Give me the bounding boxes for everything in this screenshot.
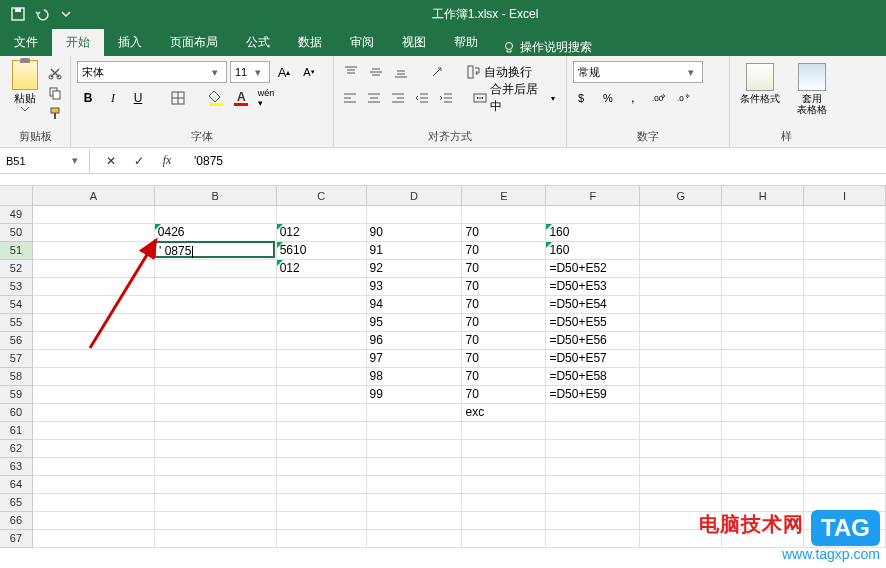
cell[interactable] xyxy=(804,476,886,494)
cell[interactable]: 70 xyxy=(462,332,546,350)
cell[interactable] xyxy=(722,386,804,404)
accounting-format-button[interactable]: $ xyxy=(573,87,595,109)
tell-me-search[interactable]: 操作说明搜索 xyxy=(492,39,602,56)
table-format-button[interactable]: 套用 表格格 xyxy=(788,61,836,115)
cell[interactable] xyxy=(804,458,886,476)
cell[interactable]: 70 xyxy=(462,260,546,278)
merge-center-button[interactable]: 合并后居中▾ xyxy=(468,87,560,109)
decrease-font-button[interactable]: A▾ xyxy=(298,61,320,83)
cell[interactable] xyxy=(367,458,463,476)
cell[interactable] xyxy=(277,350,367,368)
cell[interactable]: 90 xyxy=(367,224,463,242)
cell[interactable] xyxy=(640,224,722,242)
cell[interactable] xyxy=(722,206,804,224)
cell[interactable] xyxy=(640,206,722,224)
tab-data[interactable]: 数据 xyxy=(284,29,336,56)
cell[interactable] xyxy=(33,386,155,404)
cell[interactable]: =D50+E57 xyxy=(546,350,640,368)
row-header[interactable]: 67 xyxy=(0,530,33,548)
cell[interactable]: =D50+E55 xyxy=(546,314,640,332)
cell[interactable] xyxy=(462,422,546,440)
cell[interactable] xyxy=(155,278,277,296)
row-header[interactable]: 52 xyxy=(0,260,33,278)
col-header-F[interactable]: F xyxy=(546,186,640,205)
cell[interactable]: 160 xyxy=(546,242,640,260)
cell[interactable] xyxy=(277,476,367,494)
align-bottom-button[interactable] xyxy=(390,61,412,83)
cell[interactable] xyxy=(804,332,886,350)
cell[interactable] xyxy=(33,224,155,242)
cell[interactable]: 96 xyxy=(367,332,463,350)
cell[interactable] xyxy=(367,404,463,422)
cell[interactable] xyxy=(640,440,722,458)
cell[interactable] xyxy=(33,422,155,440)
cell[interactable] xyxy=(804,224,886,242)
cell[interactable] xyxy=(546,440,640,458)
cell[interactable] xyxy=(155,296,277,314)
format-painter-button[interactable] xyxy=(46,104,64,122)
row-header[interactable]: 56 xyxy=(0,332,33,350)
cell[interactable] xyxy=(462,530,546,548)
cell[interactable] xyxy=(33,332,155,350)
cell[interactable] xyxy=(155,260,277,278)
cell[interactable] xyxy=(155,440,277,458)
cell[interactable] xyxy=(722,368,804,386)
cell[interactable] xyxy=(33,206,155,224)
cell[interactable] xyxy=(722,314,804,332)
col-header-C[interactable]: C xyxy=(277,186,367,205)
font-size-combo[interactable]: 11▾ xyxy=(230,61,270,83)
cell[interactable]: =D50+E54 xyxy=(546,296,640,314)
cell[interactable] xyxy=(367,512,463,530)
font-color-button[interactable]: A xyxy=(230,87,252,109)
cell[interactable] xyxy=(33,314,155,332)
increase-indent-button[interactable] xyxy=(436,87,457,109)
align-top-button[interactable] xyxy=(340,61,362,83)
cell[interactable] xyxy=(277,458,367,476)
cell[interactable] xyxy=(277,404,367,422)
col-header-H[interactable]: H xyxy=(722,186,804,205)
cell[interactable] xyxy=(367,530,463,548)
cell[interactable] xyxy=(804,404,886,422)
cell[interactable]: 98 xyxy=(367,368,463,386)
cell[interactable]: 012 xyxy=(277,224,367,242)
percent-button[interactable]: % xyxy=(598,87,620,109)
cell[interactable] xyxy=(155,422,277,440)
cell[interactable] xyxy=(722,278,804,296)
cell[interactable] xyxy=(804,440,886,458)
cell[interactable]: =D50+E53 xyxy=(546,278,640,296)
comma-button[interactable]: , xyxy=(623,87,645,109)
cell[interactable] xyxy=(155,530,277,548)
increase-decimal-button[interactable]: .00 xyxy=(648,87,670,109)
row-header[interactable]: 65 xyxy=(0,494,33,512)
tab-home[interactable]: 开始 xyxy=(52,29,104,56)
copy-button[interactable] xyxy=(46,84,64,102)
cell[interactable] xyxy=(367,440,463,458)
cancel-button[interactable]: ✕ xyxy=(102,154,120,168)
cell[interactable] xyxy=(546,476,640,494)
cell[interactable]: 160 xyxy=(546,224,640,242)
tab-file[interactable]: 文件 xyxy=(0,29,52,56)
row-header[interactable]: 64 xyxy=(0,476,33,494)
cell[interactable] xyxy=(462,494,546,512)
cell[interactable] xyxy=(640,260,722,278)
col-header-E[interactable]: E xyxy=(462,186,546,205)
cell[interactable] xyxy=(462,206,546,224)
tab-formulas[interactable]: 公式 xyxy=(232,29,284,56)
cell[interactable]: 70 xyxy=(462,350,546,368)
cell[interactable] xyxy=(33,530,155,548)
cell[interactable] xyxy=(462,476,546,494)
cell[interactable]: 70 xyxy=(462,314,546,332)
align-middle-button[interactable] xyxy=(365,61,387,83)
row-header[interactable]: 51 xyxy=(0,242,33,260)
cut-button[interactable] xyxy=(46,64,64,82)
cell[interactable]: 70 xyxy=(462,224,546,242)
row-header[interactable]: 66 xyxy=(0,512,33,530)
cell[interactable]: 0426 xyxy=(155,224,277,242)
cell[interactable] xyxy=(640,386,722,404)
cell[interactable] xyxy=(640,296,722,314)
row-header[interactable]: 50 xyxy=(0,224,33,242)
formula-input[interactable]: '0875 xyxy=(188,148,886,173)
bold-button[interactable]: B xyxy=(77,87,99,109)
align-center-button[interactable] xyxy=(364,87,385,109)
cell[interactable] xyxy=(367,494,463,512)
